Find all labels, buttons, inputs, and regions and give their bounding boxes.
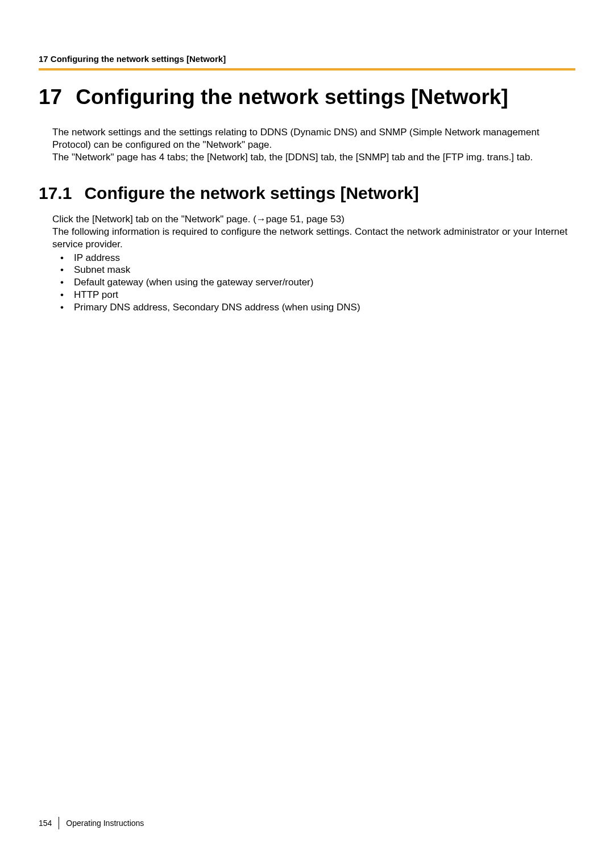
section-title-text: Configure the network settings [Network] <box>84 184 575 203</box>
page-footer: 154 Operating Instructions <box>39 817 144 829</box>
page-number: 154 <box>39 817 59 829</box>
list-item: HTTP port <box>52 289 575 301</box>
list-item: Default gateway (when using the gateway … <box>52 276 575 289</box>
section-line-1-suffix: page 51, page 53) <box>266 214 345 225</box>
section-line-2: The following information is required to… <box>52 226 575 251</box>
chapter-number: 17 <box>39 85 62 109</box>
list-item: Subnet mask <box>52 264 575 276</box>
document-page: 17 Configuring the network settings [Net… <box>0 0 614 347</box>
running-head: 17 Configuring the network settings [Net… <box>39 54 575 64</box>
section-heading: 17.1 Configure the network settings [Net… <box>39 184 575 203</box>
section-line-1: Click the [Network] tab on the "Network"… <box>52 213 575 226</box>
section-number: 17.1 <box>39 184 72 203</box>
footer-doc-title: Operating Instructions <box>66 819 144 828</box>
section-line-1-prefix: Click the [Network] tab on the "Network"… <box>52 214 256 225</box>
chapter-heading: 17 Configuring the network settings [Net… <box>39 85 575 109</box>
chapter-intro-paragraph: The network settings and the settings re… <box>52 126 575 163</box>
list-item: IP address <box>52 252 575 264</box>
section-body: Click the [Network] tab on the "Network"… <box>52 213 575 313</box>
list-item: Primary DNS address, Secondary DNS addre… <box>52 301 575 314</box>
right-arrow-icon: → <box>256 214 266 225</box>
accent-rule <box>39 68 575 70</box>
bullet-list: IP address Subnet mask Default gateway (… <box>52 252 575 314</box>
chapter-title-text: Configuring the network settings [Networ… <box>76 85 575 109</box>
